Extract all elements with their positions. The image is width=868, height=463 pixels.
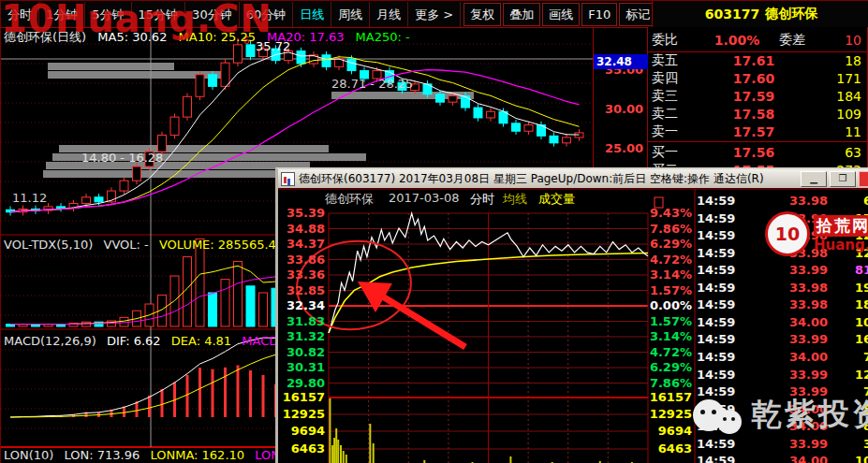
tick-time: 14:59 xyxy=(697,211,751,225)
popup-content: 德创环保 2017-03-08 分时 均线 成交量 35.3934.8834.3… xyxy=(278,188,868,463)
order-row-卖一[interactable]: 卖一17.5711 xyxy=(652,123,861,140)
order-row-买一[interactable]: 买一17.5663 xyxy=(652,143,861,161)
watermark-logo-icon: 10 xyxy=(765,211,810,256)
tick-row[interactable]: 14:5933.9818 xyxy=(697,296,868,313)
lonma-value: LONMA: 162.10 xyxy=(150,448,244,462)
popup-vol-tick-right-9694: 9694 xyxy=(645,424,692,438)
restore-button[interactable]: ❐ xyxy=(830,171,856,187)
popup-price-tick-31.83: 31.83 xyxy=(278,314,325,328)
toolbar-button-叠加[interactable]: 叠加 xyxy=(503,3,540,26)
watermark-qianzi-text: 乾紫投资 xyxy=(751,394,868,436)
tick-row[interactable]: 14:5933.9819 xyxy=(697,279,868,297)
macd-indicator-name: MACD(12,26,9) xyxy=(4,334,96,348)
popup-pct-tick-4.72%: 4.72% xyxy=(645,345,692,359)
order-row-卖五[interactable]: 卖五17.6118 xyxy=(652,51,861,69)
period-tab-周线[interactable]: 周线 xyxy=(331,2,370,27)
y-axis-tick-30.00: 30.00 xyxy=(593,102,643,116)
order-level-label: 卖四 xyxy=(652,70,695,87)
tick-volume: 7 xyxy=(828,350,868,364)
popup-vol-tick-right-6463: 6463 xyxy=(645,441,692,456)
popup-pct-tick-7.86%: 7.86% xyxy=(645,222,692,236)
order-price: 17.59 xyxy=(695,89,813,104)
order-level-label: 卖三 xyxy=(652,88,695,105)
watermark-logo-cn: 拾荒网 xyxy=(814,215,868,237)
popup-vol-tick-left-9694: 9694 xyxy=(278,424,325,438)
order-row-卖三[interactable]: 卖三17.59184 xyxy=(652,87,861,105)
popup-pct-tick-6.29%: 6.29% xyxy=(645,360,692,374)
weibi-row: 委比 1.00% 委差 10 xyxy=(652,31,861,49)
tick-volume: 16 xyxy=(828,332,868,346)
dif-value: DIF: 6.62 xyxy=(107,334,161,348)
tdx-app-window: 分时1分钟5分钟15分钟30分钟60分钟日线周线月线更多 > 复权叠加画线F10… xyxy=(0,0,868,463)
chart-window-icon xyxy=(281,172,295,186)
popup-price-tick-34.37: 34.37 xyxy=(278,237,325,251)
tick-price: 33.99 xyxy=(751,368,828,382)
tick-row[interactable]: 14:5933.986 xyxy=(697,192,868,210)
tick-time: 14:59 xyxy=(697,437,751,451)
period-tab-月线[interactable]: 月线 xyxy=(370,2,408,27)
order-volume: 184 xyxy=(813,89,861,104)
order-level-label: 卖二 xyxy=(652,106,695,123)
watermark-shihuang-logo: 10 拾荒网 Huang.CN xyxy=(765,211,868,256)
tick-time: 14:59 xyxy=(697,263,751,277)
tick-row[interactable]: 14:5933.9912 xyxy=(697,366,868,383)
popup-price-tick-35.39: 35.39 xyxy=(278,206,325,220)
range-label-high: 28.71 - 28.25 xyxy=(331,77,413,91)
tick-time: 14:59 xyxy=(697,350,751,364)
tick-row[interactable]: 14:5934.0010 xyxy=(697,313,868,331)
stock-header: 603177 德创环保 xyxy=(652,1,868,28)
order-row-卖二[interactable]: 卖二17.58109 xyxy=(652,105,861,123)
tick-row[interactable]: 14:5933.9916 xyxy=(697,330,868,348)
popup-pct-tick-7.86%: 7.86% xyxy=(645,376,692,390)
ma250-value: MA250: - xyxy=(356,30,410,44)
tick-price: 34.00 xyxy=(751,315,828,329)
toolbar-button-F10[interactable]: F10 xyxy=(581,3,617,26)
toolbar-button-画线[interactable]: 画线 xyxy=(542,3,580,26)
popup-pct-tick-0.00%: 0.00% xyxy=(645,298,692,312)
popup-stock-name: 德创环保 xyxy=(325,191,374,208)
tick-price: 33.99 xyxy=(751,332,828,346)
tab-fenshi[interactable]: 分时 xyxy=(470,191,494,208)
close-button[interactable] xyxy=(859,171,868,187)
watermark-wechat: 乾紫投资 xyxy=(693,394,868,436)
toolbar-button-复权[interactable]: 复权 xyxy=(463,3,501,26)
tick-row[interactable]: 14:5933.9981 xyxy=(697,261,868,279)
crosshair-price-box: 32.48 xyxy=(594,54,648,69)
popup-price-tick-33.86: 33.86 xyxy=(278,253,325,267)
order-row-卖四[interactable]: 卖四17.60171 xyxy=(652,69,861,87)
intraday-popup-window[interactable]: 德创环保(603177) 2017年03月08日 星期三 PageUp/Down… xyxy=(275,167,868,463)
tab-chengjiaoliang[interactable]: 成交量 xyxy=(538,191,575,208)
minimize-button[interactable]: ▁ xyxy=(801,171,827,187)
popup-vol-tick-left-12925: 12925 xyxy=(278,407,325,421)
order-volume: 171 xyxy=(813,71,861,86)
popup-date: 2017-03-08 xyxy=(389,191,460,205)
popup-title-bar[interactable]: 德创环保(603177) 2017年03月08日 星期三 PageUp/Down… xyxy=(278,169,868,188)
tick-time: 14:59 xyxy=(697,297,751,311)
popup-pct-tick-6.29%: 6.29% xyxy=(645,237,692,251)
watermark-10huang: 10Huang.CN xyxy=(1,0,272,40)
wechat-icon-small xyxy=(717,410,742,434)
popup-pct-tick-9.43%: 9.43% xyxy=(645,206,692,220)
popup-pct-tick-1.57%: 1.57% xyxy=(645,314,692,328)
order-price: 17.60 xyxy=(695,71,813,86)
bid-ask-divider xyxy=(648,141,867,142)
tick-time: 14:59 xyxy=(697,194,751,208)
popup-price-tick-31.32: 31.32 xyxy=(278,329,325,343)
period-tab-更多 >[interactable]: 更多 > xyxy=(408,2,461,27)
tab-junxian[interactable]: 均线 xyxy=(503,191,527,208)
tick-time: 14:59 xyxy=(697,454,751,463)
tick-row[interactable]: 14:5934.0010 xyxy=(697,452,868,463)
tick-time: 14:59 xyxy=(697,332,751,346)
period-tab-日线[interactable]: 日线 xyxy=(293,2,331,27)
tick-row[interactable]: 14:5933.993 xyxy=(697,435,868,453)
weicha-label: 委差 xyxy=(779,32,813,49)
macd-pane-label: MACD(12,26,9) DIF: 6.62 DEA: 4.81 MACD: … xyxy=(4,334,320,348)
tick-price: 33.99 xyxy=(751,263,828,277)
popup-price-tick-29.80: 29.80 xyxy=(278,376,325,390)
weibi-label: 委比 xyxy=(652,32,695,49)
tick-time: 14:59 xyxy=(697,368,751,382)
order-price: 17.56 xyxy=(695,145,813,160)
tick-row[interactable]: 14:5934.007 xyxy=(697,348,868,366)
weibi-value: 1.00% xyxy=(695,33,779,48)
tick-volume: 12 xyxy=(828,368,868,382)
